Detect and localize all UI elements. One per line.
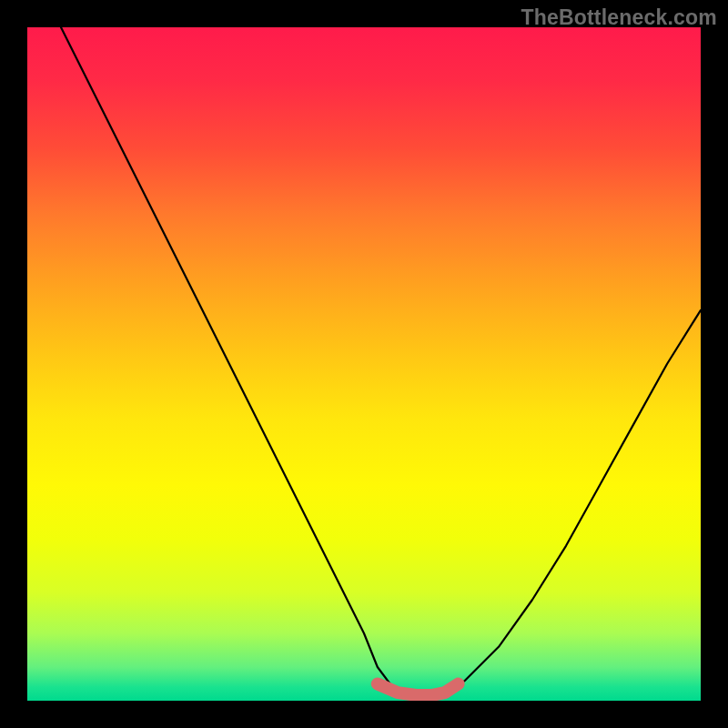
watermark-text: TheBottleneck.com bbox=[521, 5, 717, 30]
chart-canvas: TheBottleneck.com bbox=[0, 0, 728, 728]
plot-area bbox=[27, 27, 701, 701]
chart-svg bbox=[27, 27, 701, 701]
flat-bottom-highlight bbox=[378, 684, 459, 696]
bottleneck-curve bbox=[61, 27, 701, 697]
